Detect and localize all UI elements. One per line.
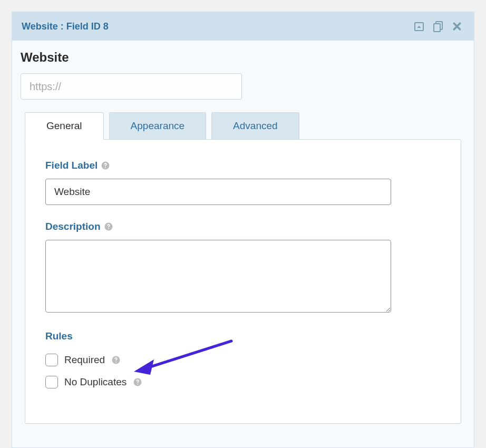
field-settings-panel: Website : Field ID 8 Website <box>12 12 474 448</box>
svg-point-4 <box>105 167 106 168</box>
tabs-list: General Appearance Advanced <box>25 112 461 139</box>
help-icon[interactable] <box>104 222 113 231</box>
description-textarea[interactable] <box>45 240 391 313</box>
no-duplicates-row: No Duplicates <box>45 376 441 388</box>
field-title: Website <box>21 50 465 65</box>
no-duplicates-label: No Duplicates <box>64 376 127 388</box>
tab-appearance[interactable]: Appearance <box>109 112 206 139</box>
rules-heading: Rules <box>45 330 441 342</box>
tabs-container: General Appearance Advanced Field Label <box>21 112 465 424</box>
panel-title: Website : Field ID 8 <box>22 21 109 32</box>
url-input[interactable] <box>21 73 242 100</box>
no-duplicates-checkbox[interactable] <box>45 376 58 388</box>
svg-point-6 <box>108 228 109 229</box>
description-section: Description <box>45 221 441 315</box>
panel-actions <box>412 19 464 34</box>
required-checkbox[interactable] <box>45 354 58 366</box>
rules-section: Rules Required No Duplicates <box>45 330 441 388</box>
help-icon[interactable] <box>111 355 121 365</box>
required-row: Required <box>45 354 441 366</box>
panel-body: Website General Appearance Advanced Fiel… <box>12 41 474 429</box>
rules-text: Rules <box>45 330 73 342</box>
field-label-heading: Field Label <box>45 160 441 171</box>
help-icon[interactable] <box>101 161 110 170</box>
required-label: Required <box>64 354 105 366</box>
tab-general[interactable]: General <box>25 112 104 140</box>
svg-point-10 <box>137 384 138 385</box>
collapse-icon[interactable] <box>412 19 426 34</box>
field-label-text: Field Label <box>45 160 98 171</box>
tab-advanced[interactable]: Advanced <box>211 112 299 139</box>
field-label-section: Field Label <box>45 160 441 205</box>
description-heading: Description <box>45 221 441 232</box>
description-text: Description <box>45 221 101 232</box>
duplicate-icon[interactable] <box>431 19 445 34</box>
svg-point-8 <box>115 362 116 363</box>
help-icon[interactable] <box>133 377 142 387</box>
close-icon[interactable] <box>450 19 464 34</box>
panel-header: Website : Field ID 8 <box>12 12 474 41</box>
tab-content-general: Field Label Description <box>25 139 461 424</box>
svg-rect-2 <box>434 24 440 32</box>
field-label-input[interactable] <box>45 179 391 205</box>
